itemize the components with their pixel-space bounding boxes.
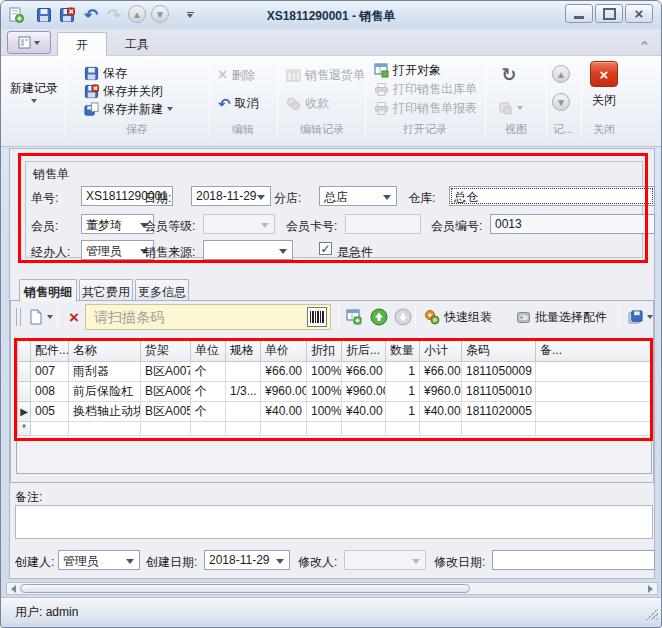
scroll-right-icon[interactable] — [648, 585, 653, 593]
new-record-button[interactable]: 新建记录 — [7, 60, 61, 122]
new-row-marker[interactable]: * — [18, 421, 31, 435]
member-no-field[interactable]: 0013 — [490, 214, 655, 234]
close-button-label[interactable]: 关闭 — [581, 92, 627, 109]
app-menu-button[interactable] — [7, 31, 51, 54]
move-up-button[interactable] — [367, 305, 391, 329]
save-close-button[interactable]: 保存并关闭 — [81, 82, 166, 100]
warehouse-dropdown[interactable]: 总仓 — [449, 186, 655, 206]
modifier-dropdown — [344, 550, 426, 570]
scroll-left-icon[interactable] — [11, 585, 16, 593]
col-part-no[interactable]: 配件... — [31, 341, 69, 361]
member-card-field — [345, 214, 421, 234]
window-close-button[interactable] — [625, 4, 653, 23]
remark-label: 备注: — [15, 489, 42, 506]
undo-icon: ↶ — [218, 96, 231, 111]
edit-group-label: 编辑 — [211, 122, 275, 136]
col-shelf[interactable]: 货架 — [141, 341, 191, 361]
branch-label: 分店: — [274, 190, 301, 207]
branch-dropdown[interactable]: 总店 — [319, 186, 397, 206]
cancel-button[interactable]: ↶ 取消 — [215, 94, 262, 112]
create-date-dropdown[interactable]: 2018-11-29 — [204, 550, 290, 570]
layout-button — [495, 96, 533, 120]
title-bar: ↶ ↷ ▲ ▼ XS1811290001 - 销售单 — [1, 1, 661, 29]
tab-other-fees[interactable]: 其它费用 — [79, 279, 133, 301]
warehouse-label: 仓库: — [408, 190, 435, 207]
print-outbound-button: 打印销售出库单 — [371, 80, 480, 98]
maximize-button[interactable] — [595, 4, 623, 23]
record-down-button: ▼ — [552, 93, 570, 111]
tab-tools[interactable]: 工具 — [109, 32, 165, 56]
barcode-icon[interactable] — [307, 307, 327, 327]
horizontal-scrollbar[interactable] — [6, 582, 658, 595]
save-new-arrow-icon — [167, 107, 173, 111]
record-up-button: ▲ — [552, 65, 570, 83]
modify-date-field — [492, 550, 655, 570]
member-card-label: 会员卡号: — [286, 218, 337, 235]
grid-header-row: 配件... 名称 货架 单位 规格 单价 折扣 折后... 数量 小计 条码 备… — [18, 341, 651, 361]
batch-select-button[interactable]: 批量选择配件 — [513, 305, 610, 329]
ribbon-tab-row: 开始 工具 — [1, 29, 661, 56]
source-dropdown[interactable] — [203, 240, 293, 260]
date-dropdown[interactable]: 2018-11-29 — [191, 186, 271, 206]
tab-sales-detail[interactable]: 销售明细 — [19, 279, 77, 302]
window-title: XS1811290001 - 销售单 — [1, 8, 661, 25]
open-object-button[interactable]: 打开对象 — [371, 61, 444, 79]
edit-record-group-label: 编辑记录 — [279, 122, 365, 136]
quick-assemble-button[interactable]: 快速组装 — [421, 305, 495, 329]
urgent-label: 是急件 — [337, 244, 373, 261]
col-discount[interactable]: 折扣 — [307, 341, 342, 361]
urgent-checkbox[interactable]: ✓ — [319, 242, 332, 255]
scrollbar-thumb[interactable] — [20, 584, 470, 593]
source-label: 销售来源: — [144, 244, 195, 261]
grid-new-row[interactable]: * — [18, 421, 651, 435]
handler-label: 经办人: — [31, 244, 70, 261]
row-selector[interactable] — [18, 381, 31, 401]
col-remark[interactable]: 备... — [536, 341, 651, 361]
grid-row[interactable]: 008 前后保险杠 B区A008 个 1/3... ¥960.00 100% ¥… — [18, 381, 651, 401]
tab-start[interactable]: 开始 — [57, 32, 107, 56]
remark-textarea[interactable] — [15, 505, 653, 539]
save-new-icon — [84, 102, 99, 117]
sales-return-icon — [286, 68, 301, 83]
col-name[interactable]: 名称 — [69, 341, 141, 361]
sales-order-window: ↶ ↷ ▲ ▼ XS1811290001 - 销售单 开始 工具 新建记录 — [0, 0, 662, 628]
table-add-icon — [346, 309, 362, 325]
grid-row[interactable]: 007 雨刮器 B区A007 个 ¥66.00 100% ¥66.00 1 ¥6… — [18, 361, 651, 381]
refresh-button[interactable]: ↻ — [495, 63, 523, 87]
delete-button: × 删除 — [215, 66, 258, 84]
row-selector[interactable] — [18, 361, 31, 381]
minimize-button[interactable] — [565, 4, 593, 23]
resize-grip-icon[interactable] — [646, 608, 658, 620]
col-price[interactable]: 单价 — [261, 341, 307, 361]
col-discounted[interactable]: 折后... — [342, 341, 386, 361]
layout-arrow-icon — [517, 106, 523, 110]
barcode-input[interactable] — [85, 304, 331, 330]
save-close-icon — [84, 84, 99, 99]
col-qty[interactable]: 数量 — [386, 341, 420, 361]
save-button[interactable]: 保存 — [81, 64, 130, 82]
delete-row-icon: × — [69, 309, 79, 326]
modify-date-label: 修改日期: — [434, 554, 485, 571]
delete-row-button[interactable]: × — [63, 305, 85, 329]
export-arrow-icon — [647, 315, 653, 319]
col-spec[interactable]: 规格 — [226, 341, 261, 361]
collapse-ribbon-icon[interactable] — [640, 39, 649, 48]
toolbar-grip[interactable] — [16, 308, 21, 326]
modifier-label: 修改人: — [298, 554, 337, 571]
current-row-marker[interactable]: ▶ — [18, 401, 31, 421]
col-subtotal[interactable]: 小计 — [420, 341, 462, 361]
print-report-button: 打印销售单报表 — [371, 99, 480, 117]
view-group-label: 视图 — [487, 122, 545, 136]
app-menu-arrow-icon — [34, 41, 40, 45]
col-unit[interactable]: 单位 — [191, 341, 226, 361]
select-part-button[interactable] — [343, 305, 365, 329]
tab-more-info[interactable]: 更多信息 — [135, 279, 189, 301]
col-barcode[interactable]: 条码 — [462, 341, 536, 361]
grid-row-current[interactable]: ▶ 005 换档轴止动块 B区A005 个 ¥40.00 100% ¥40.00… — [18, 401, 651, 421]
add-row-button[interactable] — [25, 305, 56, 329]
export-layout-button[interactable] — [625, 305, 656, 329]
save-new-button[interactable]: 保存并新建 — [81, 100, 176, 118]
close-form-icon[interactable]: × — [590, 61, 618, 87]
app-menu-icon — [18, 36, 31, 49]
add-row-arrow-icon — [47, 315, 53, 319]
